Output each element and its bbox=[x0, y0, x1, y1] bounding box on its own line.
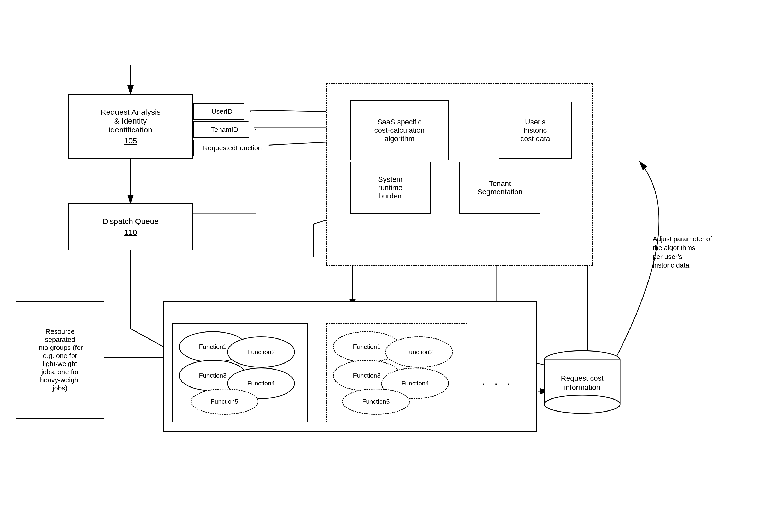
function2b-oval: Function2 bbox=[385, 336, 453, 368]
function2a-oval: Function2 bbox=[227, 336, 295, 368]
request-analysis-box: Request Analysis & Identity identificati… bbox=[68, 94, 193, 159]
svg-text:information: information bbox=[564, 383, 601, 391]
tenant-seg-box: Tenant Segmentation bbox=[459, 162, 540, 214]
request-cost-cylinder: Request cost information bbox=[543, 349, 621, 417]
resource-sep-box: Resource separated into groups (for e.g.… bbox=[16, 301, 104, 419]
requested-function-box: RequestedFunction bbox=[193, 140, 272, 156]
userid-box: UserID bbox=[193, 103, 251, 120]
dispatch-queue-box: Dispatch Queue 110 bbox=[68, 203, 193, 250]
function5b-oval: Function5 bbox=[342, 389, 410, 415]
system-runtime-box: System runtime burden bbox=[350, 162, 431, 214]
adjust-param-label: Adjust parameter of the algorithms per u… bbox=[653, 235, 712, 270]
request-analysis-text: Request Analysis & Identity identificati… bbox=[100, 108, 160, 134]
ellipsis: . . . bbox=[482, 373, 513, 388]
saas-algo-box: SaaS specific cost-calculation algorithm bbox=[350, 100, 449, 160]
ref-105: 105 bbox=[100, 136, 160, 145]
ref-110: 110 bbox=[102, 228, 158, 237]
function5a-oval: Function5 bbox=[190, 389, 259, 415]
tenantid-box: TenantID bbox=[193, 121, 256, 138]
svg-point-26 bbox=[544, 395, 620, 413]
users-historic-box: User's historic cost data bbox=[499, 102, 572, 159]
svg-text:Request cost: Request cost bbox=[561, 374, 604, 382]
